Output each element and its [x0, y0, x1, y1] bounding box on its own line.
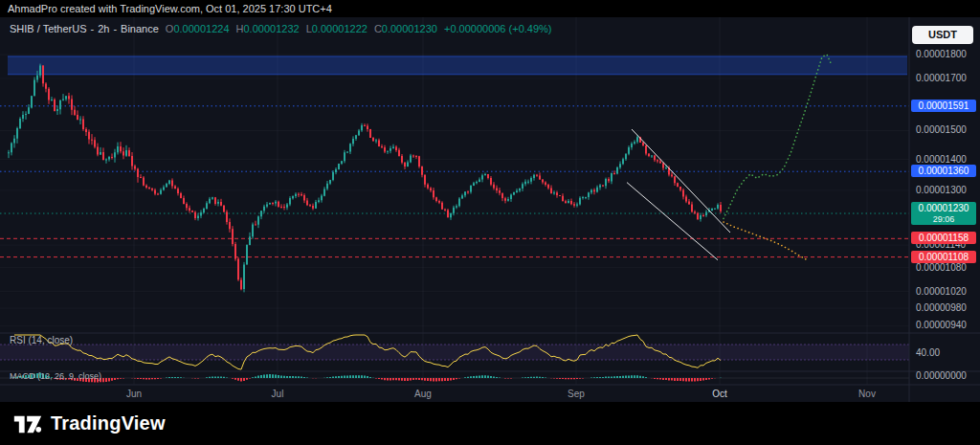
- price-axis-label: 0.00001080: [916, 262, 967, 274]
- tradingview-mark-icon: [13, 412, 42, 436]
- price-axis-label: 0.00000940: [916, 320, 967, 331]
- price-level-tag-0.00001158: 0.00001158: [911, 232, 976, 244]
- bullish-projection[interactable]: [724, 55, 832, 218]
- macd-indicator-label[interactable]: MACD (12, 26, 9, close): [10, 371, 101, 381]
- price-level-tag-0.00001108: 0.00001108: [911, 251, 976, 263]
- bearish-projection[interactable]: [724, 222, 806, 259]
- tradingview-wordmark: TradingView: [51, 412, 166, 434]
- price-axis-label: 0.00000980: [916, 302, 967, 314]
- open-value: 0.00001224: [173, 23, 229, 34]
- time-axis-label-Nov: Nov: [858, 389, 876, 399]
- low-value: 0.00001222: [312, 23, 368, 34]
- price-level-tag-0.00001360: 0.00001360: [911, 165, 976, 177]
- last-price-tag: 0.0000123029:06: [911, 202, 976, 225]
- price-level-tag-0.00001591: 0.00001591: [911, 100, 976, 112]
- time-axis-label-Jul: Jul: [272, 389, 284, 399]
- price-axis-label: 0.00001300: [916, 185, 967, 196]
- price-axis-label: 0.00001700: [916, 73, 967, 84]
- rsi-axis-label: 40.00: [916, 347, 940, 359]
- legend-separator: -: [91, 23, 95, 34]
- channel-trendline-2[interactable]: [627, 183, 718, 260]
- tradingview-window: AhmadPro created with TradingView.com, O…: [0, 0, 980, 445]
- high-value: 0.00001232: [244, 23, 300, 34]
- rsi-band: [0, 345, 909, 360]
- macd-histogram-positive: [11, 373, 722, 379]
- close-label: C: [374, 23, 382, 34]
- resistance-zone[interactable]: [8, 56, 907, 75]
- time-axis[interactable]: JunJulAugSepOctNov: [0, 385, 909, 402]
- time-axis-label-Jun: Jun: [126, 389, 142, 399]
- tradingview-logo[interactable]: TradingView: [13, 412, 166, 436]
- price-axis-label: 0.00001800: [916, 49, 967, 60]
- legend-separator: -: [113, 23, 117, 34]
- change-value: +0.00000006 (+0.49%): [444, 23, 552, 34]
- bottom-bar: TradingView: [0, 402, 980, 445]
- time-axis-label-Aug: Aug: [414, 389, 432, 399]
- price-axis[interactable]: 0.000018000.000017000.000015000.00001400…: [909, 0, 980, 402]
- macd-histogram-negative: [54, 378, 716, 383]
- attribution-bar: AhmadPro created with TradingView.com, O…: [0, 0, 980, 17]
- macd-axis-label: 0.00000000: [916, 370, 967, 382]
- symbol-legend[interactable]: SHIB / TetherUS-2h-BinanceO0.00001224H0.…: [10, 23, 552, 34]
- attribution-text: AhmadPro created with TradingView.com, O…: [8, 3, 332, 14]
- channel-trendline-1[interactable]: [632, 129, 730, 233]
- time-axis-label-Sep: Sep: [568, 389, 585, 399]
- currency-toggle-button[interactable]: USDT: [912, 26, 973, 44]
- interval-label: 2h: [98, 23, 109, 34]
- close-value: 0.00001230: [382, 23, 437, 34]
- time-axis-label-Oct: Oct: [712, 389, 727, 399]
- rsi-indicator-label[interactable]: RSI (14, close): [10, 335, 73, 345]
- high-label: H: [236, 23, 244, 34]
- chart-canvas[interactable]: [0, 0, 980, 402]
- candles-up: [8, 65, 719, 289]
- price-axis-label: 0.00001020: [916, 286, 967, 298]
- exchange-label: Binance: [121, 23, 159, 34]
- price-axis-label: 0.00001500: [916, 124, 967, 136]
- symbol-title: SHIB / TetherUS: [10, 23, 87, 34]
